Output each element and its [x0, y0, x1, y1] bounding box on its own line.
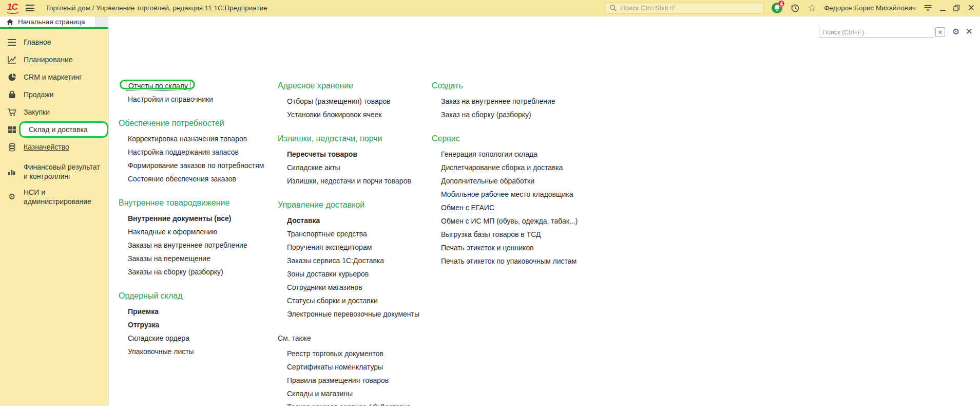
notifications-button[interactable]: 4 — [772, 3, 782, 13]
command-link-label[interactable]: Отчеты по складу — [126, 81, 190, 91]
sidebar-item[interactable]: Финансовый результат и контроллинг — [0, 162, 108, 181]
command-link[interactable]: Настройки и справочники — [119, 93, 275, 106]
command-link[interactable]: Заказы сервиса 1С:Доставка — [278, 254, 432, 267]
command-link[interactable]: Заказы на перемещение — [119, 252, 275, 265]
command-link-label[interactable]: Печать этикеток и ценников — [441, 244, 534, 252]
command-link[interactable]: Правила размещения товаров — [278, 374, 432, 387]
user-name[interactable]: Федоров Борис Михайлович — [824, 4, 915, 12]
command-link[interactable]: Сотрудники магазинов — [278, 281, 432, 294]
command-link[interactable]: Электронные перевозочные документы — [278, 307, 432, 321]
favorites-star-icon[interactable]: ☆ — [808, 3, 816, 13]
command-link[interactable]: Реестр торговых документов — [278, 347, 432, 360]
command-link[interactable]: Формирование заказов по потребностям — [119, 159, 275, 172]
sidebar-item[interactable]: Казначейство — [0, 138, 108, 156]
command-link[interactable]: Приемка — [119, 305, 275, 318]
command-link[interactable]: Отборы (размещения) товаров — [278, 95, 432, 108]
command-link[interactable]: Диспетчирование сборка и доставка — [432, 161, 647, 174]
command-link[interactable]: Корректировка назначения товаров — [119, 132, 275, 145]
command-link-label[interactable]: Упаковочные листы — [128, 347, 194, 356]
command-link[interactable]: Доставка — [278, 214, 432, 227]
command-link-label[interactable]: Печать этикеток по упаковочным листам — [441, 257, 577, 265]
command-link-label[interactable]: Заказы на перемещение — [128, 254, 210, 263]
command-link[interactable]: Выгрузка базы товаров в ТСД — [432, 228, 647, 241]
sidebar-item[interactable]: Планирование — [0, 51, 108, 68]
command-link-label[interactable]: Склады и магазины — [287, 390, 353, 398]
command-link-label[interactable]: Состояние обеспечения заказов — [128, 175, 236, 183]
command-link-label[interactable]: Заказы на внутреннее потребление — [128, 241, 247, 249]
sidebar-item[interactable]: Склад и доставка — [0, 121, 108, 138]
command-link-label[interactable]: Выгрузка базы товаров в ТСД — [441, 230, 541, 238]
command-link-label[interactable]: Заказы сервиса 1С:Доставка — [287, 256, 384, 265]
minimize-button[interactable] — [940, 10, 946, 11]
command-link-label[interactable]: Сертификаты номенклатуры — [287, 363, 383, 371]
sidebar-item[interactable]: Закупки — [0, 103, 108, 121]
main-menu-icon[interactable] — [26, 5, 34, 11]
command-link[interactable]: Накладные к оформлению — [119, 225, 275, 238]
command-link[interactable]: Заказы на внутреннее потребление — [119, 238, 275, 252]
command-link-label[interactable]: Установки блокировок ячеек — [287, 110, 381, 119]
tab-home[interactable]: Начальная страница — [0, 16, 96, 27]
command-link[interactable]: Настройка поддержания запасов — [119, 145, 275, 159]
command-link-label[interactable]: Доставка — [287, 216, 320, 225]
command-link[interactable]: Внутренние документы (все) — [119, 212, 275, 225]
command-link[interactable]: Поручения экспедиторам — [278, 241, 432, 254]
command-link-label[interactable]: Корректировка назначения товаров — [128, 135, 247, 143]
command-link[interactable]: Состояние обеспечения заказов — [119, 172, 275, 186]
command-link-label[interactable]: Заказ на внутреннее потребление — [441, 97, 555, 105]
command-link-label[interactable]: Заказ на сборку (разборку) — [441, 110, 531, 119]
command-link[interactable]: Пересчеты товаров — [278, 147, 432, 161]
command-link[interactable]: Транспортные средства — [278, 227, 432, 241]
command-link[interactable]: Генерация топологии склада — [432, 147, 647, 161]
content-search-input[interactable] — [822, 29, 931, 36]
command-link[interactable]: Сертификаты номенклатуры — [278, 360, 432, 374]
command-link[interactable]: Отгрузка — [119, 318, 275, 331]
command-link-label[interactable]: Диспетчирование сборка и доставка — [441, 163, 563, 172]
command-link[interactable]: Склады и магазины — [278, 387, 432, 400]
command-link[interactable]: Статусы сборки и доставки — [278, 294, 432, 307]
command-link-label[interactable]: Заказы на сборку (разборку) — [128, 268, 223, 276]
command-link-label[interactable]: Статусы сборки и доставки — [287, 297, 378, 305]
command-link[interactable]: Складские акты — [278, 161, 432, 174]
command-link-label[interactable]: Транспортные средства — [287, 230, 367, 238]
command-link-label[interactable]: Поручения экспедиторам — [287, 243, 372, 251]
command-link[interactable]: Упаковочные листы — [119, 345, 275, 358]
global-search-box[interactable] — [605, 3, 764, 14]
content-search-box[interactable] — [819, 27, 934, 38]
command-link[interactable]: Складские ордера — [119, 331, 275, 345]
sidebar-item[interactable]: Главное — [0, 33, 108, 51]
command-link[interactable]: Обмен с ЕГАИС — [432, 201, 647, 214]
command-link-label[interactable]: Правила размещения товаров — [287, 376, 389, 384]
command-link[interactable]: Установки блокировок ячеек — [278, 108, 432, 121]
command-link[interactable]: Зоны доставки курьеров — [278, 267, 432, 281]
command-link[interactable]: Заказы на сборку (разборку) — [119, 265, 275, 279]
command-link-label[interactable]: Настройка поддержания запасов — [128, 148, 239, 156]
sidebar-item[interactable]: Продажи — [0, 86, 108, 103]
command-link-label[interactable]: Складские акты — [287, 163, 340, 172]
command-link[interactable]: Печать этикеток и ценников — [432, 241, 647, 254]
command-link-label[interactable]: Реестр торговых документов — [287, 349, 383, 358]
command-link[interactable]: Заказ на сборку (разборку) — [432, 108, 647, 121]
command-link-label[interactable]: Обмен с ЕГАИС — [441, 204, 494, 212]
command-link-label[interactable]: Зоны доставки курьеров — [287, 270, 369, 278]
command-link-label[interactable]: Настройки и справочники — [128, 95, 213, 103]
command-link[interactable]: Мобильное рабочее место кладовщика — [432, 188, 647, 201]
command-link-label[interactable]: Дополнительные обработки — [441, 177, 534, 185]
clear-search-button[interactable]: ✕ — [935, 27, 945, 37]
command-link-label[interactable]: Приемка — [128, 307, 159, 316]
command-link-label[interactable]: Мобильное рабочее место кладовщика — [441, 190, 573, 198]
command-link[interactable]: Отчеты по складу — [119, 79, 275, 93]
restore-window-button[interactable] — [953, 5, 960, 11]
command-link-label[interactable]: Отборы (размещения) товаров — [287, 97, 391, 105]
command-link-label[interactable]: Обмен с ИС МП (обувь, одежда, табак...) — [441, 217, 578, 225]
gear-icon[interactable]: ⚙ — [952, 27, 959, 36]
command-link-label[interactable]: Внутренние документы (все) — [128, 214, 231, 223]
command-link[interactable]: Обмен с ИС МП (обувь, одежда, табак...) — [432, 214, 647, 228]
command-link-label[interactable]: Формирование заказов по потребностям — [128, 161, 264, 170]
command-link-label[interactable]: Электронные перевозочные документы — [287, 310, 419, 318]
command-link-label[interactable]: Отгрузка — [128, 321, 159, 329]
global-search-input[interactable] — [620, 4, 759, 12]
command-link[interactable]: Дополнительные обработки — [432, 174, 647, 188]
sidebar-item[interactable]: ⚙НСИ и администрирование — [0, 188, 108, 206]
command-link-label[interactable]: Генерация топологии склада — [441, 150, 537, 158]
history-icon[interactable] — [790, 3, 800, 13]
